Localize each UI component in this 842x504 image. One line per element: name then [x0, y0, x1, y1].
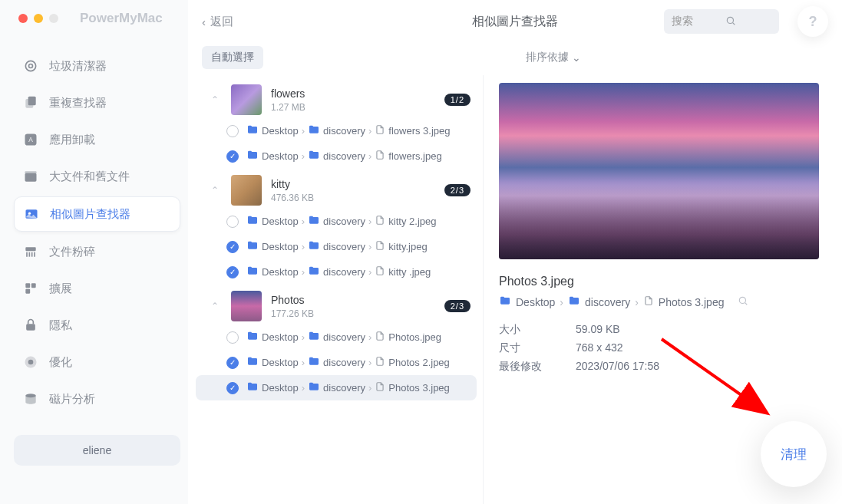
file-icon — [375, 150, 385, 163]
svg-line-25 — [745, 303, 748, 305]
meta-mod-value: 2023/07/06 17:58 — [576, 360, 819, 374]
sidebar-item-label: 文件粉碎 — [49, 245, 95, 259]
checkbox[interactable] — [226, 331, 239, 344]
folder-icon — [308, 124, 320, 138]
sidebar-item-9[interactable]: 磁片分析 — [14, 382, 180, 416]
svg-line-23 — [733, 22, 735, 25]
folder-icon — [246, 214, 259, 229]
group-thumbnail — [231, 291, 262, 321]
chevron-down-icon[interactable]: ⌃ — [211, 185, 222, 196]
group-count-badge: 2/3 — [444, 300, 471, 312]
sidebar-item-8[interactable]: 優化 — [14, 345, 180, 379]
file-name: Photos.jpeg — [388, 331, 441, 343]
sidebar-item-label: 隱私 — [49, 318, 72, 333]
svg-rect-17 — [25, 289, 30, 294]
folder-icon — [246, 239, 259, 254]
file-row[interactable]: Desktop›discovery›Photos 3.jpeg — [196, 375, 477, 400]
clean-button[interactable]: 清理 — [761, 421, 827, 487]
group-header: ⌃ flowers 1.27 MB 1/2 — [196, 78, 483, 118]
checkbox[interactable] — [226, 125, 239, 137]
file-icon — [375, 331, 385, 344]
file-icon — [643, 295, 654, 308]
group-name: Photos — [271, 294, 314, 306]
svg-point-24 — [740, 297, 746, 303]
file-row[interactable]: Desktop›discovery›flowers 3.jpeg — [196, 118, 477, 143]
file-name: kitty.jpeg — [388, 241, 427, 252]
file-name: Photos 2.jpeg — [388, 357, 450, 368]
checkbox[interactable] — [226, 357, 239, 369]
sidebar-item-label: 相似圖片查找器 — [50, 207, 130, 222]
sort-dropdown[interactable]: 排序依據 ⌄ — [526, 51, 581, 64]
back-label: 返回 — [210, 15, 233, 29]
file-row[interactable]: Desktop›discovery›flowers.jpeg — [196, 143, 477, 169]
file-path: Desktop›discovery›kitty 2.jpeg — [246, 214, 436, 229]
group-count-badge: 2/3 — [444, 184, 471, 196]
broom-icon — [23, 58, 38, 74]
file-row[interactable]: Desktop›discovery›Photos.jpeg — [196, 324, 477, 350]
chevron-down-icon[interactable]: ⌃ — [211, 301, 222, 311]
meta-mod-label: 最後修改 — [499, 360, 576, 374]
chevron-down-icon[interactable]: ⌃ — [211, 94, 222, 105]
folder-icon — [308, 149, 320, 163]
checkbox[interactable] — [226, 241, 239, 253]
rocket-icon — [23, 354, 38, 370]
group-thumbnail — [231, 84, 262, 115]
file-icon — [375, 124, 385, 137]
search-input[interactable]: 搜索 — [664, 9, 779, 34]
file-name: flowers.jpeg — [388, 150, 441, 162]
help-button[interactable]: ? — [797, 6, 828, 37]
reveal-in-finder-icon[interactable] — [738, 295, 748, 308]
checkbox[interactable] — [226, 216, 239, 228]
group-header: ⌃ Photos 177.26 KB 2/3 — [196, 285, 483, 324]
sidebar-item-5[interactable]: 文件粉碎 — [14, 235, 180, 268]
file-row[interactable]: Desktop›discovery›kitty 2.jpeg — [196, 209, 477, 234]
checkbox[interactable] — [226, 382, 239, 394]
sidebar-item-1[interactable]: 重複查找器 — [14, 86, 180, 120]
sidebar-item-6[interactable]: 擴展 — [14, 272, 180, 305]
box-icon — [23, 169, 38, 184]
folder-icon — [246, 380, 259, 395]
file-name: Photos 3.jpeg — [388, 382, 450, 394]
sidebar-item-7[interactable]: 隱私 — [14, 308, 180, 342]
meta-dim-value: 768 x 432 — [576, 341, 819, 355]
sidebar-item-0[interactable]: 垃圾清潔器 — [14, 49, 180, 83]
file-path: Desktop›discovery›Photos 3.jpeg — [246, 380, 450, 395]
app-icon: A — [23, 132, 38, 147]
file-row[interactable]: Desktop›discovery›kitty.jpeg — [196, 234, 477, 259]
file-name: kitty .jpeg — [388, 266, 431, 278]
file-path: Desktop›discovery›flowers.jpeg — [246, 149, 442, 163]
puzzle-icon — [23, 281, 38, 296]
back-button[interactable]: ‹ 返回 — [202, 15, 233, 29]
svg-point-1 — [29, 64, 33, 68]
maximize-window-icon[interactable] — [49, 14, 58, 23]
folder-icon — [308, 330, 320, 344]
svg-rect-10 — [25, 247, 35, 251]
file-icon — [375, 215, 385, 228]
close-window-icon[interactable] — [18, 14, 28, 23]
folder-icon — [246, 149, 259, 163]
meta-dim-label: 尺寸 — [499, 341, 576, 355]
folder-icon — [246, 124, 259, 138]
auto-select-button[interactable]: 自動選擇 — [202, 46, 263, 69]
user-chip[interactable]: eliene — [14, 435, 180, 466]
svg-point-22 — [727, 17, 733, 23]
file-icon — [375, 240, 385, 253]
app-title: PowerMyMac — [80, 11, 163, 26]
file-path: Desktop›discovery›kitty.jpeg — [246, 239, 428, 254]
group-header: ⌃ kitty 476.36 KB 2/3 — [196, 169, 483, 209]
file-path: Desktop›discovery›Photos 2.jpeg — [246, 355, 450, 370]
file-row[interactable]: Desktop›discovery›kitty .jpeg — [196, 259, 477, 285]
checkbox[interactable] — [226, 266, 239, 278]
sidebar-item-4[interactable]: 相似圖片查找器 — [14, 196, 180, 232]
minimize-window-icon[interactable] — [34, 14, 43, 23]
folder-icon — [568, 295, 580, 309]
sidebar-item-3[interactable]: 大文件和舊文件 — [14, 160, 180, 193]
folder-icon — [308, 239, 320, 254]
file-path: Desktop›discovery›flowers 3.jpeg — [246, 124, 451, 138]
checkbox[interactable] — [226, 150, 239, 163]
sidebar-item-2[interactable]: A應用卸載 — [14, 123, 180, 156]
sidebar-item-label: 擴展 — [49, 282, 72, 296]
copy-icon — [23, 95, 38, 110]
file-row[interactable]: Desktop›discovery›Photos 2.jpeg — [196, 350, 477, 375]
file-icon — [375, 381, 385, 394]
